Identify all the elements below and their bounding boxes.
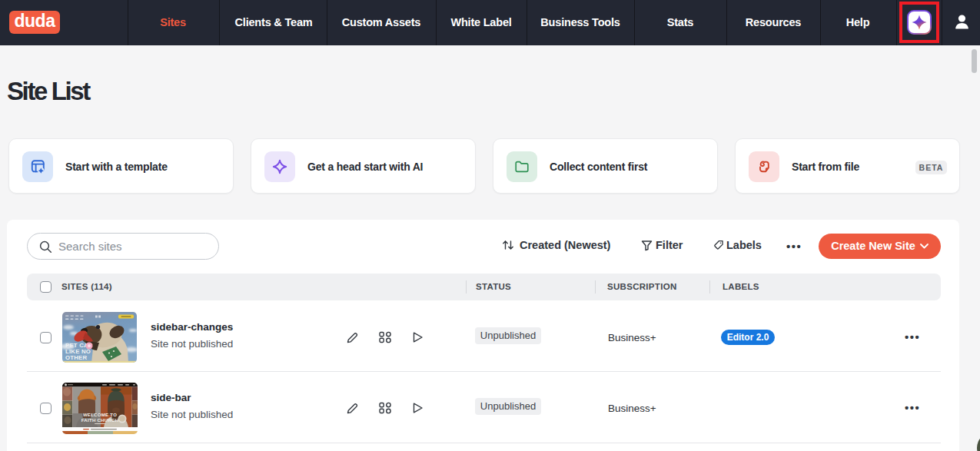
svg-text:FAITH CHURCH: FAITH CHURCH bbox=[81, 418, 119, 423]
svg-text:OTHER: OTHER bbox=[65, 354, 87, 361]
svg-text:WELCOME TO: WELCOME TO bbox=[83, 413, 117, 417]
